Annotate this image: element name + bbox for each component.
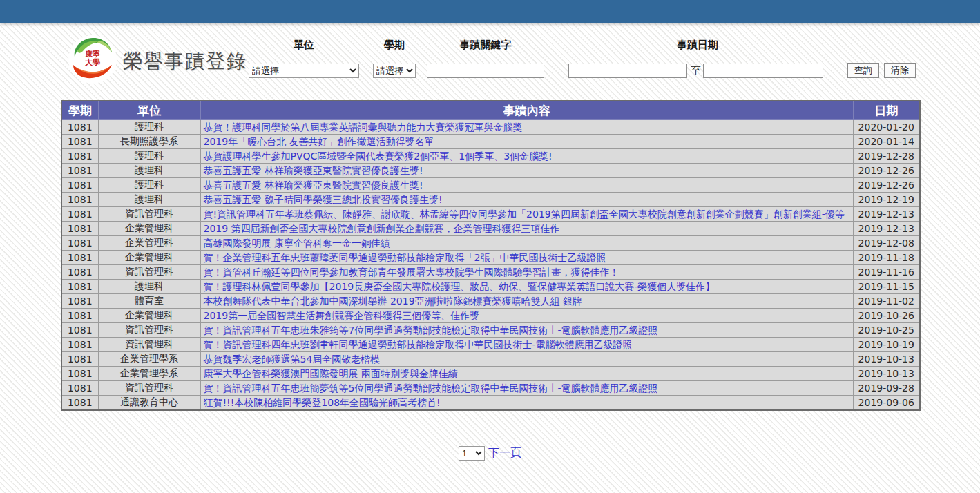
cell-unit: 護理科 [98,280,200,294]
cell-content: 恭賀魏季宏老師獲選第54屆全國敬老楷模 [200,352,853,367]
cell-semester: 1081 [61,120,98,135]
cell-content: 恭賀！護理科同學於第八屆專業英語詞彙與聽力能力大賽榮獲冠軍與金腦獎 [200,120,853,135]
achievement-link[interactable]: 2019 第四屆新創盃全國大專校院創意創新創業企劃競賽，企業管理科獲得三項佳作 [204,222,850,235]
cell-date: 2019-12-26 [853,164,920,178]
achievement-link[interactable]: 賀!資訊管理科五年孝班蔡佩紜、陳靜雅、謝欣璇、林孟緯等四位同學參加「2019第四… [204,207,850,221]
cell-content: 賀！企業管理科五年忠班蕭瑋葇同學通過勞動部技能檢定取得「2張」中華民國技術士乙級… [200,251,853,265]
achievement-link[interactable]: 恭喜五護五愛 魏子晴同學榮獲三總北投實習優良護生獎! [204,193,850,206]
table-row: 1081 護理科 恭喜五護五愛 魏子晴同學榮獲三總北投實習優良護生獎! 2019… [61,193,920,207]
achievement-link[interactable]: 恭賀！護理科同學於第八屆專業英語詞彙與聽力能力大賽榮獲冠軍與金腦獎 [204,120,850,134]
date-to-text: 至 [691,65,701,78]
achievement-link[interactable]: 恭賀護理科學生參加PVQC區域暨全國代表賽榮獲2個亞軍、1個季軍、3個金腦獎! [204,149,850,163]
cell-date: 2019-11-16 [853,265,920,280]
cell-content: 賀!資訊管理科五年孝班蔡佩紜、陳靜雅、謝欣璇、林孟緯等四位同學參加「2019第四… [200,207,853,222]
cell-unit: 護理科 [98,149,200,164]
search-button[interactable]: 查詢 [847,63,879,78]
cell-content: 2019第一屆全國智慧生活舞創競賽企管科獲得三個優等、佳作獎 [200,309,853,323]
cell-content: 賀！護理科林佩萱同學參加【2019長庚盃全國大專院校護理、妝品、幼保、暨保健專業… [200,280,853,294]
keyword-input[interactable] [427,64,544,78]
achievement-link[interactable]: 賀！資管科丘瀚廷等四位同學參加教育部青年發展署大專校院學生國際體驗學習計畫，獲得… [204,265,850,279]
cell-semester: 1081 [61,222,98,236]
table-row: 1081 資訊管理科 賀！資訊管理科四年忠班劉聿軒同學通過勞動部技能檢定取得中華… [61,338,920,352]
achievement-link[interactable]: 2019第一屆全國智慧生活舞創競賽企管科獲得三個優等、佳作獎 [204,309,850,322]
achievement-link[interactable]: 恭喜五護五愛 林祥瑜榮獲亞東醫院實習優良護生獎! [204,178,850,192]
cell-content: 恭喜五護五愛 魏子晴同學榮獲三總北投實習優良護生獎! [200,193,853,207]
achievement-link[interactable]: 恭賀魏季宏老師獲選第54屆全國敬老楷模 [204,352,850,366]
table-row: 1081 通識教育中心 狂賀!!!本校陳柏維同學榮登108年全國驗光師高考榜首!… [61,396,920,411]
achievement-link[interactable]: 高雄國際發明展 康寧企管科奪一金一銅佳績 [204,236,850,250]
cell-semester: 1081 [61,323,98,338]
cell-content: 恭賀護理科學生參加PVQC區域暨全國代表賽榮獲2個亞軍、1個季軍、3個金腦獎! [200,149,853,164]
university-logo: 康寧 大學 [68,35,117,84]
cell-semester: 1081 [61,367,98,381]
cell-content: 狂賀!!!本校陳柏維同學榮登108年全國驗光師高考榜首! [200,396,853,411]
cell-unit: 企業管理科 [98,309,200,323]
cell-unit: 資訊管理科 [98,381,200,396]
cell-content: 康寧大學企管科榮獲澳門國際發明展 兩面特別獎與金牌佳績 [200,367,853,381]
cell-date: 2019-11-18 [853,251,920,265]
achievement-link[interactable]: 賀！護理科林佩萱同學參加【2019長庚盃全國大專院校護理、妝品、幼保、暨保健專業… [204,280,850,293]
cell-date: 2019-09-06 [853,396,920,411]
cell-content: 恭喜五護五愛 林祥瑜榮獲亞東醫院實習優良護生獎! [200,164,853,178]
cell-unit: 企業管理科 [98,236,200,251]
cell-content: 賀！資訊管理科四年忠班劉聿軒同學通過勞動部技能檢定取得中華民國技術士-電腦軟體應… [200,338,853,352]
achievement-link[interactable]: 本校創舞隊代表中華台北參加中國深圳舉辦 2019亞洲啦啦隊錦標賽榮獲嘻哈雙人組 … [204,294,850,308]
header-content: 事蹟內容 [200,101,853,120]
cell-semester: 1081 [61,251,98,265]
cell-date: 2019-12-19 [853,193,920,207]
header-unit: 單位 [98,101,200,120]
cell-date: 2019-12-26 [853,178,920,193]
cell-content: 高雄國際發明展 康寧企管科奪一金一銅佳績 [200,236,853,251]
cell-unit: 資訊管理科 [98,207,200,222]
table-row: 1081 企業管理學系 康寧大學企管科榮獲澳門國際發明展 兩面特別獎與金牌佳績 … [61,367,920,381]
honor-table: 學期 單位 事蹟內容 日期 1081 護理科 恭賀！護理科同學於第八屆專業英語詞… [61,100,921,411]
achievement-link[interactable]: 恭喜五護五愛 林祥瑜榮獲亞東醫院實習優良護生獎! [204,164,850,177]
cell-date: 2020-01-14 [853,135,920,149]
cell-date: 2019-10-25 [853,323,920,338]
pagination: 1 下一頁 [0,446,980,461]
date-from-input[interactable] [568,64,687,78]
cell-semester: 1081 [61,149,98,164]
cell-date: 2019-10-13 [853,367,920,381]
cell-semester: 1081 [61,396,98,411]
cell-content: 本校創舞隊代表中華台北參加中國深圳舉辦 2019亞洲啦啦隊錦標賽榮獲嘻哈雙人組 … [200,294,853,309]
semester-select[interactable]: 請選擇 [373,64,416,78]
cell-semester: 1081 [61,309,98,323]
table-row: 1081 長期照護學系 2019年「暖心台北 友善共好」創作徵選活動得獎名單 2… [61,135,920,149]
table-row: 1081 企業管理科 2019 第四屆新創盃全國大專校院創意創新創業企劃競賽，企… [61,222,920,236]
unit-select[interactable]: 請選擇 [249,64,359,78]
cell-semester: 1081 [61,352,98,367]
next-page-link[interactable]: 下一頁 [488,446,521,461]
cell-unit: 護理科 [98,178,200,193]
cell-unit: 資訊管理科 [98,265,200,280]
date-to-input[interactable] [703,64,823,78]
achievement-link[interactable]: 賀！企業管理科五年忠班蕭瑋葇同學通過勞動部技能檢定取得「2張」中華民國技術士乙級… [204,251,850,264]
cell-semester: 1081 [61,236,98,251]
semester-label: 學期 [373,39,416,52]
cell-date: 2019-10-26 [853,309,920,323]
achievement-link[interactable]: 賀！資訊管理科四年忠班劉聿軒同學通過勞動部技能檢定取得中華民國技術士-電腦軟體應… [204,338,850,351]
cell-semester: 1081 [61,193,98,207]
cell-date: 2019-10-13 [853,352,920,367]
table-row: 1081 護理科 恭賀！護理科同學於第八屆專業英語詞彙與聽力能力大賽榮獲冠軍與金… [61,120,920,135]
cell-unit: 護理科 [98,193,200,207]
table-row: 1081 護理科 恭喜五護五愛 林祥瑜榮獲亞東醫院實習優良護生獎! 2019-1… [61,178,920,193]
page-select[interactable]: 1 [459,446,485,461]
date-label: 事蹟日期 [642,39,753,52]
logo-text-line2: 大學 [85,58,100,67]
achievement-link[interactable]: 狂賀!!!本校陳柏維同學榮登108年全國驗光師高考榜首! [204,396,850,409]
table-row: 1081 資訊管理科 賀！資訊管理科五年忠班簡夢筑等5位同學通過勞動部技能檢定取… [61,381,920,396]
achievement-link[interactable]: 康寧大學企管科榮獲澳門國際發明展 兩面特別獎與金牌佳績 [204,367,850,380]
table-row: 1081 資訊管理科 賀!資訊管理科五年孝班蔡佩紜、陳靜雅、謝欣璇、林孟緯等四位… [61,207,920,222]
cell-date: 2019-12-13 [853,207,920,222]
achievement-link[interactable]: 賀！資訊管理科五年忠班簡夢筑等5位同學通過勞動部技能檢定取得中華民國技術士-電腦… [204,381,850,395]
cell-content: 賀！資訊管理科五年忠班朱雅筠等7位同學通過勞動部技能檢定取得中華民國技術士-電腦… [200,323,853,338]
cell-unit: 護理科 [98,120,200,135]
clear-button[interactable]: 清除 [884,63,916,78]
cell-date: 2019-12-13 [853,222,920,236]
cell-semester: 1081 [61,207,98,222]
achievement-link[interactable]: 賀！資訊管理科五年忠班朱雅筠等7位同學通過勞動部技能檢定取得中華民國技術士-電腦… [204,323,850,337]
cell-semester: 1081 [61,164,98,178]
achievement-link[interactable]: 2019年「暖心台北 友善共好」創作徵選活動得獎名單 [204,135,850,148]
table-row: 1081 資訊管理科 賀！資管科丘瀚廷等四位同學參加教育部青年發展署大專校院學生… [61,265,920,280]
